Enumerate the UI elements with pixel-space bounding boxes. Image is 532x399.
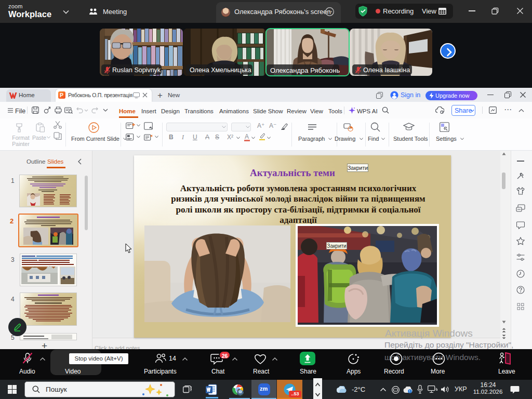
svg-text:Олена Хмельницька: Олена Хмельницька <box>190 66 251 74</box>
svg-text:Олена Івашкіна: Олена Івашкіна <box>363 66 410 74</box>
svg-text:Олександра Рябоконь: Олександра Рябоконь <box>270 66 340 74</box>
svg-text:Ruslan Sopivnyk: Ruslan Sopivnyk <box>112 66 161 74</box>
